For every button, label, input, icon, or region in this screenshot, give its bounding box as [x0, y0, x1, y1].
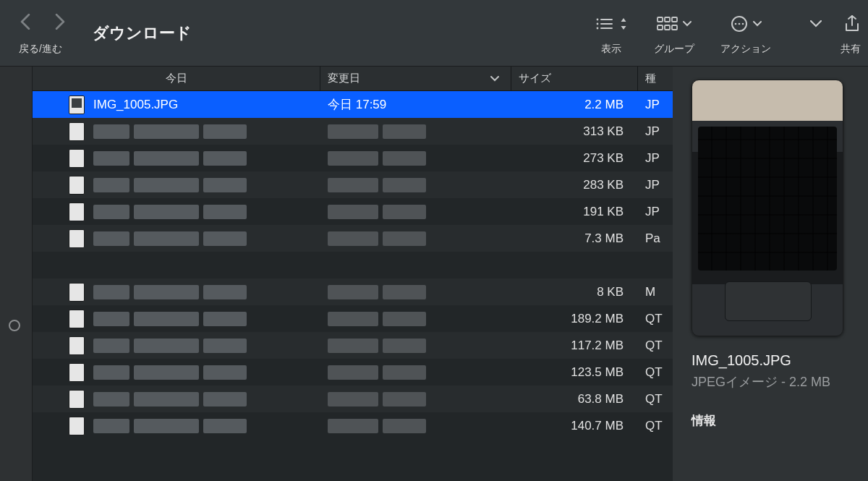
cell-kind: Pa — [638, 231, 673, 246]
cell-size: 313 KB — [511, 124, 638, 139]
view-label: 表示 — [601, 43, 621, 61]
col-name-label: 今日 — [166, 72, 187, 85]
cell-name — [33, 229, 320, 248]
cell-name — [33, 283, 320, 302]
table-row[interactable]: 117.2 MBQT — [33, 332, 673, 359]
cell-name — [33, 310, 320, 328]
group-group: グループ — [641, 0, 707, 66]
cell-date — [320, 231, 511, 246]
svg-rect-10 — [665, 25, 670, 30]
cell-size: 189.2 MB — [511, 312, 638, 326]
cell-kind: JP — [638, 98, 673, 112]
cell-kind: M — [638, 285, 673, 299]
chevron-down-icon — [753, 21, 762, 27]
cell-kind: JP — [638, 178, 673, 192]
group-button[interactable] — [657, 16, 692, 32]
table-row[interactable]: 189.2 MBQT — [33, 305, 673, 332]
cell-date — [320, 151, 511, 166]
cell-date — [320, 392, 511, 406]
cell-date — [320, 205, 511, 219]
action-group: アクション — [707, 0, 784, 66]
cell-kind: QT — [638, 392, 673, 406]
table-row[interactable]: 313 KBJP — [33, 118, 673, 145]
window-title: ダウンロード — [93, 22, 192, 44]
table-row[interactable] — [33, 252, 673, 278]
svg-rect-9 — [658, 25, 663, 30]
main-area: 今日 変更日 サイズ 種 IMG_1005.JPG今日 17:592.2 MBJ… — [0, 67, 868, 481]
table-row[interactable]: 7.3 MBPa — [33, 225, 673, 252]
cell-size: 283 KB — [511, 178, 638, 192]
preview-subtitle: JPEGイメージ - 2.2 MB — [692, 373, 868, 391]
svg-rect-8 — [672, 17, 677, 22]
svg-point-14 — [739, 22, 741, 25]
cell-date — [320, 285, 511, 299]
col-size-label: サイズ — [519, 72, 551, 85]
cell-date — [320, 312, 511, 326]
cell-date — [320, 365, 511, 380]
cell-name — [33, 363, 320, 382]
cell-size: 63.8 MB — [511, 392, 638, 406]
cell-kind: JP — [638, 205, 673, 219]
cell-size: 140.7 MB — [511, 419, 638, 433]
col-kind-label: 種 — [645, 72, 656, 85]
cell-size: 123.5 MB — [511, 365, 638, 380]
cell-date — [320, 419, 511, 433]
table-row[interactable]: 8 KBM — [33, 278, 673, 305]
col-kind[interactable]: 種 — [638, 67, 673, 90]
cell-size: 117.2 MB — [511, 339, 638, 353]
view-mode-button[interactable] — [595, 16, 628, 32]
cell-date — [320, 178, 511, 192]
forward-button[interactable] — [54, 14, 67, 34]
col-date[interactable]: 変更日 — [320, 67, 511, 90]
sidebar-gutter — [0, 67, 33, 481]
group-label: グループ — [654, 43, 694, 61]
svg-rect-6 — [658, 17, 663, 22]
table-row[interactable]: 123.5 MBQT — [33, 359, 673, 386]
cell-size: 7.3 MB — [511, 231, 638, 246]
toolbar: 戻る/進む ダウンロード 表示 — [0, 0, 868, 67]
cell-size: 273 KB — [511, 151, 638, 166]
nav-label: 戻る/進む — [19, 43, 62, 61]
col-date-label: 変更日 — [328, 72, 360, 85]
share-button[interactable] — [843, 14, 861, 33]
cell-kind: QT — [638, 312, 673, 326]
preview-panel: IMG_1005.JPG JPEGイメージ - 2.2 MB 情報 — [673, 67, 868, 481]
cell-date — [320, 124, 511, 139]
cell-name — [33, 122, 320, 141]
cell-name — [33, 149, 320, 168]
overflow-group: 共有 — [784, 0, 861, 66]
column-headers: 今日 変更日 サイズ 種 — [33, 67, 673, 91]
col-name[interactable]: 今日 — [33, 67, 320, 90]
back-button[interactable] — [19, 14, 32, 34]
tag-circle-icon[interactable] — [9, 320, 20, 331]
cell-kind: QT — [638, 365, 673, 380]
svg-point-0 — [597, 18, 599, 20]
svg-point-2 — [597, 22, 599, 25]
table-row[interactable]: 273 KBJP — [33, 145, 673, 171]
cell-size: 8 KB — [511, 285, 638, 299]
table-row[interactable]: 283 KBJP — [33, 171, 673, 198]
sort-desc-icon — [490, 74, 503, 84]
table-row[interactable]: 140.7 MBQT — [33, 412, 673, 439]
cell-size: 2.2 MB — [511, 98, 638, 112]
file-name: IMG_1005.JPG — [93, 98, 178, 112]
preview-filename: IMG_1005.JPG — [692, 352, 868, 369]
chevron-down-icon — [683, 21, 692, 27]
table-row[interactable]: 63.8 MBQT — [33, 386, 673, 412]
svg-point-15 — [742, 22, 744, 25]
cell-date: 今日 17:59 — [320, 96, 511, 113]
view-group: 表示 — [582, 0, 641, 66]
preview-thumbnail[interactable] — [692, 80, 843, 336]
title-block: ダウンロード — [80, 0, 199, 66]
action-button[interactable] — [730, 14, 762, 33]
cell-kind: JP — [638, 124, 673, 139]
cell-kind: JP — [638, 151, 673, 166]
overflow-chevron[interactable] — [810, 20, 822, 27]
file-icon — [69, 95, 85, 114]
table-row[interactable]: 191 KBJP — [33, 198, 673, 225]
col-size[interactable]: サイズ — [511, 67, 638, 90]
cell-date — [320, 339, 511, 353]
up-down-caret-icon — [619, 16, 628, 32]
table-row[interactable]: IMG_1005.JPG今日 17:592.2 MBJP — [33, 91, 673, 118]
cell-name — [33, 390, 320, 409]
